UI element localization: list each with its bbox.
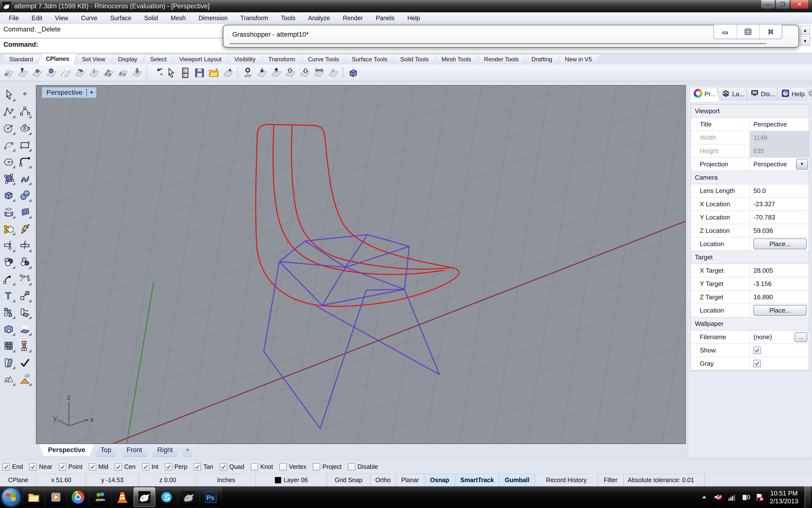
extrude-surface-icon[interactable] (17, 322, 33, 337)
rectangle-icon[interactable] (17, 137, 33, 153)
osnap-checkbox-near[interactable] (29, 463, 37, 471)
toolbar-tab-surface-tools[interactable]: Surface Tools (344, 54, 395, 65)
toolbar-tab-viewport-layout[interactable]: Viewport Layout (172, 54, 229, 65)
polygon-icon[interactable] (1, 154, 16, 169)
menu-analyze[interactable]: Analyze (302, 12, 336, 24)
chrome-icon[interactable] (67, 487, 89, 507)
circle-icon[interactable] (1, 121, 16, 136)
status-z-0-00[interactable]: z 0.00 (139, 474, 197, 486)
osnap-checkbox-knot[interactable] (251, 463, 258, 471)
cplane-import-icon[interactable] (221, 66, 235, 80)
osnap-checkbox-int[interactable] (142, 463, 149, 471)
align-objects-icon[interactable] (17, 338, 33, 353)
world-cube-icon[interactable] (346, 66, 360, 80)
control-curve-icon[interactable] (17, 104, 33, 119)
menu-tools[interactable]: Tools (275, 12, 302, 24)
panel-gear-icon[interactable] (807, 89, 812, 99)
camera-eye-icon[interactable] (241, 66, 255, 80)
filename-browse-button[interactable]: ... (795, 332, 807, 342)
place-button[interactable]: Place... (754, 305, 807, 316)
toolbar-tab-cplanes[interactable]: CPlanes (38, 53, 77, 65)
cplane-sphere-icon[interactable] (44, 66, 58, 80)
scroll-down-icon[interactable]: ▼ (800, 36, 810, 46)
osnap-checkbox-end[interactable] (2, 463, 10, 471)
solid-box-icon[interactable] (1, 187, 16, 203)
media-player-icon[interactable] (45, 487, 67, 507)
toolbar-tab-set-view[interactable]: Set View (74, 54, 113, 65)
save-cplane-icon[interactable] (192, 66, 207, 80)
undo-view-icon[interactable] (149, 66, 164, 80)
osnap-checkbox-quad[interactable] (220, 463, 227, 471)
cplane-up-icon[interactable] (269, 66, 283, 80)
mesh-primitives-icon[interactable] (1, 372, 16, 387)
status-toggle-osnap[interactable]: Osnap (424, 474, 455, 486)
minimize-button[interactable]: — (761, 0, 775, 9)
group-objects-icon[interactable] (1, 355, 16, 370)
maximize-button[interactable]: ❐ (776, 0, 790, 9)
close-button[interactable]: ✕ (791, 0, 809, 9)
photoshop-icon[interactable]: Ps (200, 487, 222, 507)
osnap-checkbox-tan[interactable] (194, 463, 201, 471)
grasshopper-window[interactable]: Grasshopper - attempt10* (223, 25, 799, 48)
explode-puzzle-icon[interactable] (1, 221, 16, 236)
cplane-rotate-icon[interactable] (73, 66, 87, 80)
status-x-51-60[interactable]: x 51.60 (37, 474, 86, 486)
panel-tab-help[interactable]: ?Help (777, 87, 808, 101)
osnap-checkbox-vertex[interactable] (279, 463, 287, 471)
cplane-grid-icon[interactable] (1, 66, 16, 80)
toolbar-tab-mesh-tools[interactable]: Mesh Tools (434, 54, 479, 65)
ellipse-icon[interactable] (17, 121, 33, 136)
explode-burst-icon[interactable] (17, 221, 33, 236)
check-select-icon[interactable] (17, 355, 33, 370)
menu-edit[interactable]: Edit (25, 12, 48, 24)
menu-curve[interactable]: Curve (75, 12, 104, 24)
show-desktop-button[interactable] (805, 486, 811, 508)
skype-icon[interactable]: S (156, 487, 177, 507)
toolbar-tab-drafting[interactable]: Drafting (524, 54, 560, 65)
cage-edit-icon[interactable] (1, 322, 16, 337)
chair-wireframe[interactable] (256, 125, 459, 429)
toolbar-tab-standard[interactable]: Standard (1, 54, 41, 65)
cplane-vertical-icon[interactable] (87, 66, 101, 80)
scroll-up-icon[interactable]: ▲ (800, 26, 810, 35)
status-inches[interactable]: Inches (197, 474, 256, 486)
osnap-checkbox-cen[interactable] (115, 463, 122, 471)
cplane-swap-icon[interactable] (312, 66, 326, 80)
menu-transform[interactable]: Transform (234, 12, 275, 24)
cplane-curve-icon[interactable] (58, 66, 73, 80)
volume-muted-icon[interactable] (713, 492, 723, 502)
cplane-next-icon[interactable] (298, 66, 312, 80)
text-object-icon[interactable]: T (1, 288, 16, 303)
grasshopper-close-button[interactable] (759, 25, 782, 39)
arc-icon[interactable] (1, 137, 16, 153)
viewport-tab-top[interactable]: Top (92, 444, 120, 457)
surface-loft-icon[interactable] (17, 171, 33, 186)
block-insert-icon[interactable] (1, 305, 16, 320)
corner-fillet-icon[interactable] (17, 154, 33, 169)
pointer-icon[interactable] (164, 66, 178, 80)
menu-help[interactable]: Help (401, 12, 426, 24)
solid-sphere-icon[interactable] (17, 187, 33, 203)
cplane-object-icon[interactable] (30, 66, 44, 80)
osnap-checkbox-project[interactable] (313, 463, 320, 471)
place-button[interactable]: Place... (754, 239, 807, 249)
toolbar-tab-render-tools[interactable]: Render Tools (477, 54, 526, 65)
grasshopper-minimize-button[interactable] (714, 25, 736, 39)
rhino-render-icon[interactable] (178, 487, 199, 507)
status-layer-06[interactable]: Layer 06 (256, 474, 327, 486)
panel-tab-la[interactable]: La... (718, 87, 748, 101)
toolbar-tab-select[interactable]: Select (142, 54, 174, 65)
checkbox-gray[interactable] (754, 360, 761, 367)
status-toggle-record-history[interactable]: Record History (535, 474, 598, 486)
toolbar-tab-transform[interactable]: Transform (261, 54, 303, 65)
panel-tab-pr[interactable]: Pr... (690, 87, 719, 101)
menu-render[interactable]: Render (336, 12, 369, 24)
perspective-viewport[interactable]: Perspective ▼ z y x (36, 85, 686, 444)
vlc-icon[interactable] (111, 487, 133, 507)
rhino-app-icon[interactable] (2, 1, 11, 11)
status-toggle-gumball[interactable]: Gumball (499, 474, 535, 486)
menu-dimension[interactable]: Dimension (192, 12, 234, 24)
toolbar-tab-display[interactable]: Display (110, 54, 145, 65)
status-toggle-grid-snap[interactable]: Grid Snap (327, 474, 370, 486)
named-cplanes-icon[interactable] (178, 66, 192, 80)
